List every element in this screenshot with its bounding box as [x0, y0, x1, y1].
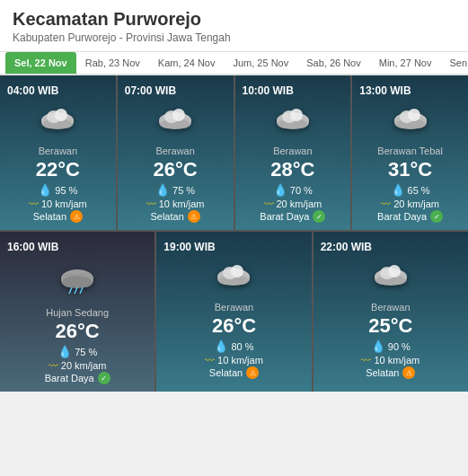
weather-card: 07:00 WIB Berawan26°C💧75 %〰10 km/jamSela… [118, 75, 234, 230]
cloud-icon [36, 106, 79, 138]
wind-direction: Selatan⚠ [209, 366, 259, 379]
time-label: 19:00 WIB [163, 241, 215, 253]
time-label: 07:00 WIB [125, 84, 176, 97]
direction-badge: ⚠ [188, 210, 200, 223]
cloud-icon [369, 262, 412, 295]
humidity: 💧80 % [214, 339, 253, 353]
temperature: 26°C [212, 314, 256, 338]
wind-icon: 〰 [381, 198, 391, 209]
wind-direction: Barat Daya✓ [260, 210, 325, 223]
temperature: 25°C [368, 314, 412, 338]
header: Kecamatan Purworejo Kabupaten Purworejo … [0, 0, 468, 75]
weather-desc: Berawan Tebal [377, 145, 443, 156]
wind-speed: 〰20 km/jam [49, 360, 107, 371]
page-title: Kecamatan Purworejo [13, 9, 455, 30]
wind-direction: Barat Daya✓ [377, 210, 443, 223]
humidity: 💧75 % [155, 183, 195, 197]
weather-desc: Berawan [215, 302, 253, 313]
weather-grid-bottom: 16:00 WIB Hujan Sedang26°C💧75 %〰20 km/ja… [0, 232, 468, 392]
wind-icon: 〰 [205, 355, 215, 366]
weather-card: 16:00 WIB Hujan Sedang26°C💧75 %〰20 km/ja… [0, 232, 155, 392]
svg-point-23 [408, 109, 420, 121]
cloud-icon [212, 262, 255, 295]
day-tabs: Sel, 22 NovRab, 23 NovKam, 24 NovJum, 25… [0, 52, 468, 75]
wind-speed: 〰10 km/jam [29, 198, 87, 209]
drop-icon: 💧 [391, 183, 405, 197]
drop-icon: 💧 [38, 183, 52, 197]
wind-speed: 〰10 km/jam [205, 355, 263, 366]
direction-badge: ✓ [98, 372, 110, 384]
wind-speed: 〰10 km/jam [146, 198, 205, 209]
temperature: 22°C [36, 158, 80, 181]
temperature: 26°C [56, 320, 100, 343]
drop-icon: 💧 [155, 183, 170, 197]
wind-icon: 〰 [264, 198, 274, 209]
svg-line-29 [75, 287, 77, 294]
day-tab-3[interactable]: Jum, 25 Nov [224, 52, 297, 74]
direction-badge: ⚠ [402, 366, 415, 379]
weather-desc: Berawan [371, 302, 410, 313]
wind-speed: 〰20 km/jam [381, 198, 439, 209]
wind-speed: 〰20 km/jam [264, 198, 322, 209]
day-tab-2[interactable]: Kam, 24 Nov [149, 52, 225, 74]
svg-point-42 [388, 265, 401, 278]
svg-line-30 [80, 287, 83, 294]
weather-desc: Berawan [155, 145, 194, 156]
weather-card: 04:00 WIB Berawan22°C💧95 %〰10 km/jamSela… [0, 75, 116, 230]
temperature: 31°C [388, 158, 432, 181]
time-label: 16:00 WIB [7, 241, 58, 253]
time-label: 10:00 WIB [243, 84, 294, 97]
wind-icon: 〰 [146, 198, 156, 209]
svg-point-11 [172, 109, 185, 121]
humidity: 💧90 % [371, 339, 411, 353]
svg-point-5 [55, 109, 67, 121]
time-label: 22:00 WIB [321, 241, 372, 253]
weather-grid-top: 04:00 WIB Berawan22°C💧95 %〰10 km/jamSela… [0, 75, 468, 232]
rain-icon [56, 262, 99, 300]
drop-icon: 💧 [273, 183, 287, 197]
weather-card: 22:00 WIB Berawan25°C💧90 %〰10 km/jamSela… [313, 232, 468, 392]
svg-point-36 [231, 265, 243, 278]
direction-badge: ✓ [313, 210, 325, 223]
time-label: 04:00 WIB [7, 84, 58, 97]
day-tab-4[interactable]: Sab, 26 Nov [297, 52, 370, 74]
wind-direction: Selatan⚠ [366, 366, 415, 379]
wind-icon: 〰 [361, 355, 371, 366]
temperature: 28°C [270, 158, 314, 181]
svg-point-17 [290, 109, 303, 121]
wind-speed: 〰10 km/jam [361, 355, 419, 366]
humidity: 💧75 % [57, 345, 97, 358]
wind-direction: Selatan⚠ [150, 210, 199, 223]
weather-desc: Hujan Sedang [46, 307, 109, 318]
drop-icon: 💧 [214, 339, 228, 353]
cloud-icon [389, 106, 432, 138]
weather-desc: Berawan [39, 145, 77, 156]
cloud-icon [271, 106, 314, 138]
drop-icon: 💧 [57, 345, 72, 358]
day-tab-1[interactable]: Rab, 23 Nov [76, 52, 149, 74]
day-tab-5[interactable]: Min, 27 Nov [370, 52, 441, 74]
page-subtitle: Kabupaten Purworejo - Provinsi Jawa Teng… [13, 31, 455, 44]
direction-badge: ⚠ [70, 210, 83, 223]
svg-point-27 [63, 276, 92, 288]
day-tab-0[interactable]: Sel, 22 Nov [5, 52, 76, 74]
day-tab-6[interactable]: Sen, 28 Nov [440, 52, 468, 74]
weather-card: 10:00 WIB Berawan28°C💧70 %〰20 km/jamBara… [235, 75, 351, 230]
wind-direction: Selatan⚠ [33, 210, 83, 223]
wind-icon: 〰 [29, 198, 39, 209]
direction-badge: ⚠ [246, 366, 259, 379]
time-label: 13:00 WIB [359, 84, 411, 97]
humidity: 💧70 % [273, 183, 313, 197]
cloud-icon [154, 106, 197, 138]
wind-direction: Barat Daya✓ [45, 372, 110, 384]
svg-line-28 [69, 287, 72, 294]
drop-icon: 💧 [371, 339, 385, 353]
weather-card: 19:00 WIB Berawan26°C💧80 %〰10 km/jamSela… [156, 232, 311, 392]
wind-icon: 〰 [49, 360, 58, 371]
humidity: 💧95 % [38, 183, 77, 197]
weather-desc: Berawan [273, 145, 312, 156]
temperature: 26°C [154, 158, 198, 181]
humidity: 💧65 % [391, 183, 430, 197]
direction-badge: ✓ [430, 210, 443, 223]
weather-card: 13:00 WIB Berawan Tebal31°C💧65 %〰20 km/j… [352, 75, 468, 230]
